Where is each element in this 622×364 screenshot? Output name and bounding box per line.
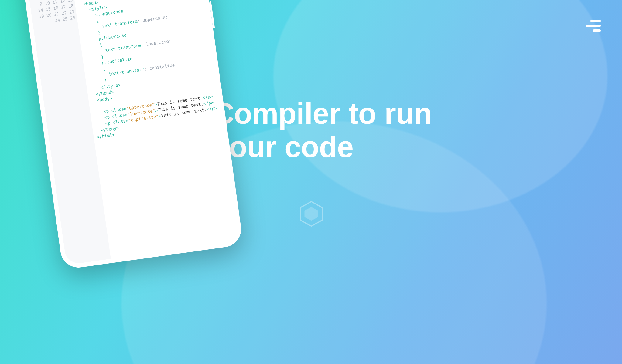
phone-screen: Index Compiler Programs Cheats Descripti…: [23, 0, 239, 265]
code-editor[interactable]: 1 2 3 4 5 6 7 8 9 10 11 12 13 14 15 16 1…: [29, 0, 239, 265]
hexagon-icon: [298, 200, 325, 228]
hero-headline: Compiler to run your code: [213, 97, 432, 164]
headline-line: your code: [213, 130, 354, 163]
menu-bar-icon: [593, 29, 601, 32]
phone-mockup: Index Compiler Programs Cheats Descripti…: [18, 0, 244, 270]
menu-bar-icon: [590, 20, 601, 22]
menu-bar-icon: [586, 25, 601, 27]
svg-marker-1: [305, 207, 318, 221]
phone-frame: Index Compiler Programs Cheats Descripti…: [18, 0, 244, 270]
headline-line: Compiler to run: [213, 97, 432, 130]
menu-button[interactable]: [586, 20, 601, 32]
